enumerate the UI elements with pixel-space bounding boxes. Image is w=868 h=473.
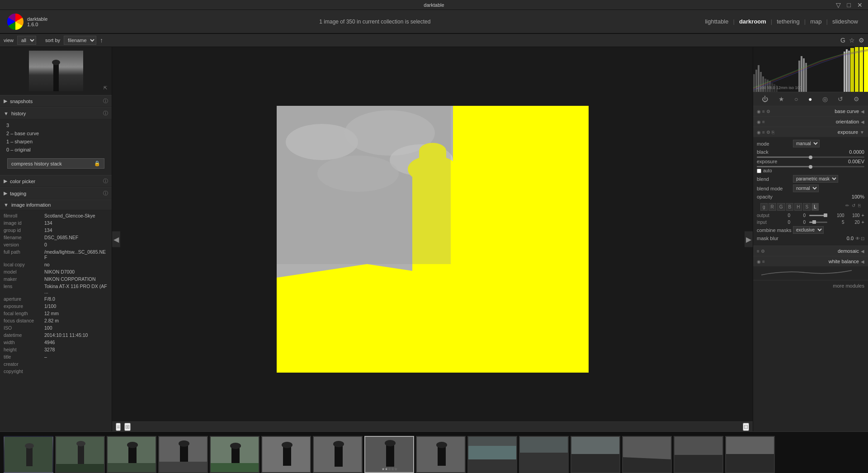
base-curve-power-icon[interactable]: ◉	[757, 109, 761, 114]
demosaic-header[interactable]: ≡ ⚙ demosaic ◀	[753, 246, 868, 256]
output-slider-thumb[interactable]	[824, 213, 827, 217]
star-icon[interactable]: ☆	[849, 37, 855, 44]
left-panel-toggle[interactable]: ◀	[112, 232, 120, 247]
circle-icon[interactable]: ○	[793, 95, 800, 104]
color-picker-header[interactable]: ▶ color picker ⓘ	[0, 175, 112, 187]
history-item-2[interactable]: 2 – base curve	[4, 129, 108, 137]
presets-icon[interactable]: ★	[777, 95, 786, 104]
tagging-info-icon[interactable]: ⓘ	[103, 190, 108, 197]
film-thumb-3[interactable]	[158, 436, 208, 473]
reset-icon[interactable]: ↺	[836, 95, 845, 104]
close-button[interactable]: ✕	[855, 1, 864, 9]
film-thumb-7-active[interactable]: ★★☆☆☆	[364, 436, 414, 473]
nav-lighttable[interactable]: lighttable	[702, 16, 731, 27]
power-icon[interactable]: ⏻	[760, 95, 770, 104]
nav-map[interactable]: map	[807, 16, 824, 27]
film-thumb-13[interactable]	[674, 436, 723, 473]
exposure-header[interactable]: ◉ ≡ ⚙ ⎘ exposure ▼	[753, 127, 868, 137]
minimize-button[interactable]: ▽	[834, 1, 843, 9]
curve-tab-l[interactable]: L	[811, 203, 819, 211]
exposure-copy-icon[interactable]: ⎘	[772, 130, 774, 135]
exposure-settings-icon[interactable]: ⚙	[766, 130, 770, 135]
curve-edit-icon[interactable]: ✏	[845, 203, 849, 211]
exposure-slider[interactable]	[757, 166, 864, 167]
exposure-mode-select[interactable]: manual	[793, 140, 820, 147]
base-curve-settings-icon[interactable]: ⚙	[766, 109, 770, 114]
sort-dir-button[interactable]: ↑	[100, 37, 103, 44]
film-thumb-1[interactable]	[55, 436, 105, 473]
film-thumb-4[interactable]	[210, 436, 259, 473]
white-balance-collapse-icon[interactable]: ◀	[861, 259, 864, 264]
input-add-icon[interactable]: +	[862, 219, 864, 225]
exposure-black-thumb[interactable]	[809, 156, 812, 159]
base-curve-menu-icon[interactable]: ≡	[762, 109, 765, 114]
film-thumb-8[interactable]	[416, 436, 466, 473]
history-item-1[interactable]: 1 – sharpen	[4, 137, 108, 146]
right-panel-toggle[interactable]: ▶	[745, 232, 753, 247]
exposure-black-slider[interactable]	[757, 156, 864, 158]
film-thumb-10[interactable]	[519, 436, 569, 473]
base-curve-header[interactable]: ◉ ≡ ⚙ base curve ◀	[753, 106, 868, 116]
snapshots-header[interactable]: ▶ snapshots ⓘ	[0, 95, 112, 107]
history-item-3[interactable]: 3	[4, 121, 108, 129]
exposure-auto-checkbox[interactable]	[757, 169, 761, 173]
film-thumb-11[interactable]	[571, 436, 620, 473]
expand-icon[interactable]: ⇱	[104, 85, 107, 90]
settings-gear-icon[interactable]: ⚙	[852, 95, 861, 104]
blend-mode-select[interactable]: normal	[793, 184, 819, 192]
curve-tab-g[interactable]: g	[760, 203, 768, 211]
settings-icon[interactable]: ⚙	[859, 37, 864, 44]
compress-history-button[interactable]: compress history stack 🔒	[7, 158, 104, 169]
exposure-thumb[interactable]	[809, 165, 812, 169]
mask-blur-icon1[interactable]: 👁	[855, 236, 860, 241]
maximize-button[interactable]: □	[845, 1, 853, 9]
curve-reset-icon[interactable]: ↺	[852, 203, 855, 211]
orientation-collapse-icon[interactable]: ◀	[861, 119, 864, 124]
film-thumb-2[interactable]	[107, 436, 156, 473]
history-item-0[interactable]: 0 – original	[4, 146, 108, 154]
color-picker-info-icon[interactable]: ⓘ	[103, 178, 108, 184]
output-add-icon[interactable]: +	[862, 213, 864, 218]
curve-tab-h[interactable]: H	[794, 203, 802, 211]
combine-masks-select[interactable]: exclusive	[793, 226, 824, 234]
image-info-header[interactable]: ▼ image information	[0, 199, 112, 210]
curve-tab-s[interactable]: S	[803, 203, 811, 211]
white-balance-power-icon[interactable]: ◉	[757, 259, 761, 264]
white-balance-header[interactable]: ◉ ≡ white balance ◀	[753, 256, 868, 266]
filled-circle-icon[interactable]: ●	[807, 95, 814, 104]
nav-tethering[interactable]: tethering	[774, 16, 802, 27]
film-thumb-14[interactable]	[725, 436, 775, 473]
film-thumb-6[interactable]	[313, 436, 363, 473]
demosaic-menu-icon[interactable]: ≡	[757, 249, 760, 254]
demosaic-settings-icon[interactable]: ⚙	[761, 249, 765, 254]
quick-access-icon[interactable]: ≡	[116, 423, 121, 431]
snapshots-info-icon[interactable]: ⓘ	[103, 98, 108, 104]
orientation-power-icon[interactable]: ◉	[757, 119, 761, 124]
nav-darkroom[interactable]: darkroom	[736, 16, 769, 27]
film-thumb-0[interactable]	[4, 436, 53, 473]
view-select[interactable]: all	[17, 36, 36, 45]
nav-slideshow[interactable]: slideshow	[830, 16, 861, 27]
fullscreen-icon[interactable]: ⊡	[743, 423, 749, 431]
curve-tab-b[interactable]: B	[786, 203, 794, 211]
exposure-menu-icon[interactable]: ≡	[762, 130, 765, 135]
exposure-power-icon[interactable]: ◉	[757, 130, 761, 135]
film-thumb-9[interactable]	[467, 436, 517, 473]
output-slider[interactable]	[809, 215, 827, 216]
blend-select[interactable]: parametric mask	[793, 175, 838, 183]
target-icon[interactable]: ◎	[821, 95, 830, 104]
more-modules[interactable]: more modules	[753, 280, 868, 291]
history-header[interactable]: ▼ history ⓘ	[0, 107, 112, 119]
history-info-icon[interactable]: ⓘ	[103, 110, 108, 117]
snapshots-overlay-icon[interactable]: ⊞	[124, 423, 131, 431]
base-curve-collapse-icon[interactable]: ◀	[861, 109, 864, 114]
curve-tab-r[interactable]: R	[769, 203, 776, 211]
curve-tab-g2[interactable]: G	[777, 203, 785, 211]
film-thumb-5[interactable]	[261, 436, 311, 473]
demosaic-collapse-icon[interactable]: ◀	[861, 249, 864, 254]
input-slider[interactable]	[809, 222, 827, 223]
orientation-header[interactable]: ◉ ≡ orientation ◀	[753, 117, 868, 127]
film-thumb-12[interactable]	[622, 436, 672, 473]
window-controls[interactable]: ▽ □ ✕	[834, 1, 864, 9]
curve-copy-icon[interactable]: ⎘	[858, 203, 861, 211]
